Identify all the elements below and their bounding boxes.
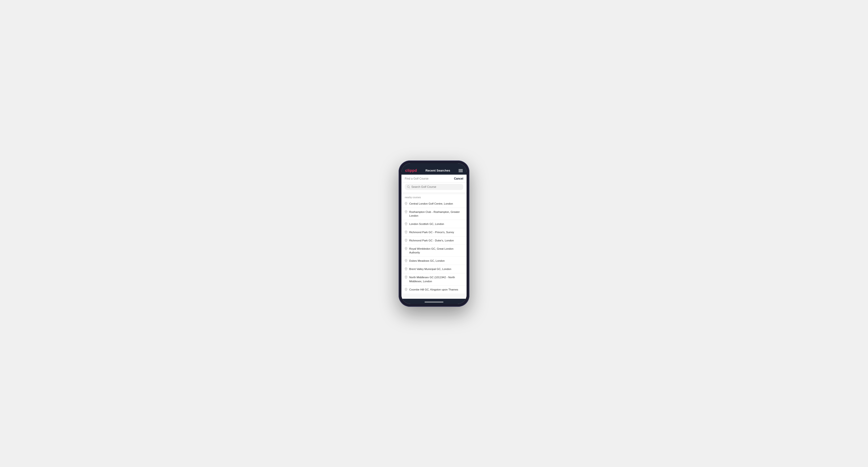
course-list-item[interactable]: Richmond Park GC - Prince's, Surrey — [401, 228, 467, 237]
course-list-item[interactable]: Central London Golf Centre, London — [401, 199, 467, 208]
location-pin-icon — [405, 239, 407, 242]
menu-line-2 — [459, 170, 463, 171]
search-icon — [407, 185, 410, 188]
nav-title: Recent Searches — [426, 169, 450, 172]
search-bar — [405, 184, 463, 190]
svg-point-8 — [406, 260, 406, 261]
course-name: Richmond Park GC - Duke's, London — [409, 239, 454, 242]
course-list-item[interactable]: North Middlesex GC (1011942 - North Midd… — [401, 273, 467, 285]
location-pin-icon — [405, 288, 407, 291]
find-header: Find a Golf Course Cancel — [401, 175, 467, 182]
location-pin-icon — [405, 247, 407, 250]
svg-line-1 — [409, 187, 410, 188]
nearby-label: Nearby courses — [401, 194, 467, 199]
course-name: Central London Golf Centre, London — [409, 202, 453, 206]
course-name: North Middlesex GC (1011942 - North Midd… — [409, 275, 463, 283]
location-pin-icon — [405, 230, 407, 234]
svg-point-3 — [406, 211, 406, 212]
menu-line-1 — [459, 169, 463, 170]
cancel-button[interactable]: Cancel — [454, 177, 463, 180]
location-pin-icon — [405, 222, 407, 225]
location-pin-icon — [405, 210, 407, 213]
course-list-item[interactable]: Roehampton Club - Roehampton, Greater Lo… — [401, 208, 467, 220]
nearby-section: Nearby courses Central London Golf Centr… — [401, 194, 467, 293]
location-pin-icon — [405, 202, 407, 205]
location-pin-icon — [405, 268, 407, 271]
svg-point-5 — [406, 231, 406, 232]
home-bar — [425, 302, 443, 303]
course-list-item[interactable]: London Scottish GC, London — [401, 220, 467, 228]
find-label: Find a Golf Course — [405, 177, 429, 180]
course-list-item[interactable]: Brent Valley Municipal GC, London — [401, 265, 467, 273]
course-list-item[interactable]: Dukes Meadows GC, London — [401, 257, 467, 265]
svg-point-10 — [406, 277, 406, 277]
search-bar-container — [401, 182, 467, 192]
svg-point-11 — [406, 289, 406, 289]
phone-frame: clippd Recent Searches Find a Golf Cours… — [399, 160, 469, 307]
course-name: Coombe Hill GC, Kingston upon Thames — [409, 288, 458, 291]
status-bar — [401, 163, 467, 166]
location-pin-icon — [405, 259, 407, 262]
course-name: Royal Wimbledon GC, Great London Authori… — [409, 247, 463, 254]
course-list-item[interactable]: Royal Wimbledon GC, Great London Authori… — [401, 245, 467, 257]
course-list: Central London Golf Centre, London Roeha… — [401, 199, 467, 293]
search-input[interactable] — [411, 185, 461, 189]
app-logo: clippd — [405, 168, 417, 173]
menu-icon[interactable] — [459, 169, 463, 172]
home-indicator — [401, 299, 467, 304]
location-pin-icon — [405, 276, 407, 279]
course-name: London Scottish GC, London — [409, 222, 444, 226]
course-name: Richmond Park GC - Prince's, Surrey — [409, 230, 454, 234]
menu-line-3 — [459, 172, 463, 172]
course-name: Dukes Meadows GC, London — [409, 259, 445, 262]
nav-bar: clippd Recent Searches — [401, 166, 467, 175]
phone-screen: clippd Recent Searches Find a Golf Cours… — [401, 163, 467, 304]
svg-point-4 — [406, 223, 406, 224]
svg-point-9 — [406, 268, 406, 269]
content-area: Find a Golf Course Cancel Nearby courses… — [401, 175, 467, 299]
svg-point-7 — [406, 248, 406, 249]
course-list-item[interactable]: Coombe Hill GC, Kingston upon Thames — [401, 285, 467, 293]
course-name: Roehampton Club - Roehampton, Greater Lo… — [409, 210, 463, 218]
svg-point-0 — [407, 186, 409, 188]
course-name: Brent Valley Municipal GC, London — [409, 267, 451, 271]
course-list-item[interactable]: Richmond Park GC - Duke's, London — [401, 237, 467, 245]
svg-point-2 — [406, 203, 406, 204]
svg-point-6 — [406, 240, 406, 240]
